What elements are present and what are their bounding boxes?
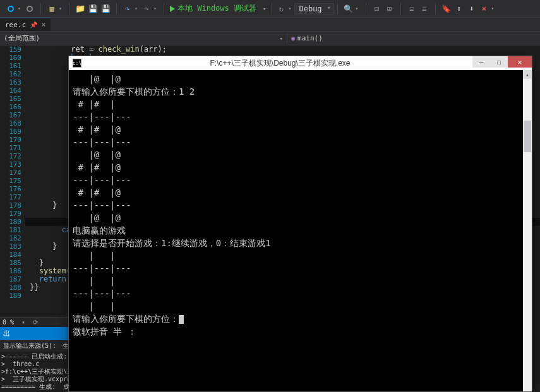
maximize-button[interactable]: ☐ [490,56,508,68]
output-title[interactable]: 出 [0,327,69,340]
save-all-button[interactable]: 💾 [100,3,111,15]
open-button[interactable]: 📁 [75,3,86,15]
bookmark-prev-button[interactable]: ⬆ [453,3,465,15]
nav-forward-button[interactable] [24,3,35,15]
indent-button[interactable]: ≡ [406,3,417,15]
scroll-up-button[interactable]: ▴ [523,70,532,79]
new-item-button[interactable]: ▦ [46,3,57,15]
redo-dropdown[interactable]: ▾ [153,6,159,11]
minimize-button[interactable]: — [472,56,490,68]
nav-back-dropdown[interactable]: ▾ [18,6,23,11]
console-scrollbar[interactable]: ▴ [523,70,532,391]
console-title-text: F:\c++\三子棋实现\Debug\三子棋实现.exe [85,58,532,69]
redo-button[interactable]: ↷ [141,3,152,15]
find-button[interactable]: 🔍 [343,3,354,15]
comment-button[interactable]: ⊟ [371,3,383,15]
tab-bar: ree.c 📌 × [0,18,540,32]
refresh-dropdown[interactable]: ▾ [288,6,293,11]
undo-dropdown[interactable]: ▾ [135,6,140,11]
refresh-button[interactable]: ↻ [275,3,287,15]
tab-close-icon[interactable]: × [41,20,45,29]
config-combo[interactable]: Debug [294,3,333,15]
output-panel: 0 % ▾ ⟳ 出 显示输出来源(S): 生成 >------ 已启动生成: >… [0,317,69,392]
close-button[interactable]: ✕ [508,56,532,68]
tab-label: ree.c [5,21,26,29]
breadcrumb-bar: (全局范围) ◉ main() [0,32,540,45]
bookmark-clear-button[interactable]: ✖ [479,3,490,15]
start-debug-button[interactable]: 本地 Windows 调试器 ▾ [167,3,268,14]
scroll-thumb[interactable] [524,121,531,152]
console-icon: c:\ [73,59,81,68]
function-icon: ◉ [291,35,295,42]
new-item-dropdown[interactable]: ▾ [59,6,64,11]
scope-combo[interactable]: (全局范围) [0,33,287,43]
play-icon [170,6,175,12]
main-toolbar: ▾ ▦ ▾ 📁 💾 💾 ↶ ▾ ↷ ▾ 本地 Windows 调试器 ▾ ↻ ▾… [0,0,540,18]
nav-back-button[interactable] [5,3,16,15]
debug-target-label: 本地 Windows 调试器 [177,3,256,14]
output-source-row: 显示输出来源(S): 生成 [0,340,69,352]
uncomment-button[interactable]: ⊞ [384,3,395,15]
file-tab[interactable]: ree.c 📌 × [0,18,51,31]
status-bar: 0 % ▾ ⟳ [0,318,69,327]
bookmark-next-button[interactable]: ⬇ [466,3,477,15]
bookmark-button[interactable]: 🔖 [441,3,452,15]
function-combo[interactable]: ◉ main() [287,34,327,42]
console-titlebar[interactable]: c:\ F:\c++\三子棋实现\Debug\三子棋实现.exe — ☐ ✕ [69,56,532,70]
pin-icon[interactable]: 📌 [30,21,37,28]
console-window: c:\ F:\c++\三子棋实现\Debug\三子棋实现.exe — ☐ ✕ |… [68,56,532,392]
outdent-button[interactable]: ≡ [419,3,430,15]
console-output[interactable]: |@ |@请输入你所要下棋的方位：1 2 # |# |---|---|--- #… [69,70,523,391]
undo-button[interactable]: ↶ [122,3,133,15]
save-button[interactable]: 💾 [87,3,99,15]
output-body[interactable]: >------ 已启动生成: > three.c >f:\c++\三子棋实现\三… [0,352,69,392]
